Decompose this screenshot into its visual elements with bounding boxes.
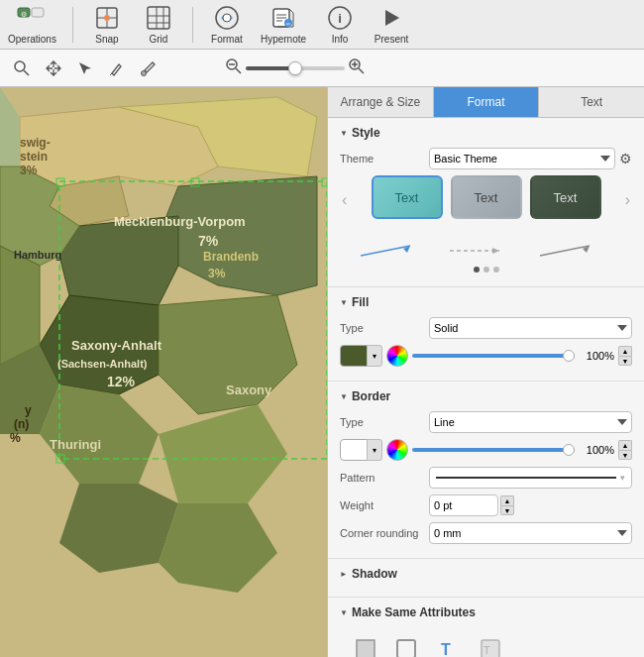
sep2 xyxy=(192,7,193,43)
svg-rect-64 xyxy=(357,640,375,657)
theme-select[interactable]: Basic Theme xyxy=(429,148,615,169)
border-opacity-slider[interactable] xyxy=(412,448,575,452)
corner-rounding-select[interactable]: 0 mm xyxy=(429,522,632,544)
make-same-section: ▼ Make Same Attributes Fill Border xyxy=(328,598,644,657)
snap-icon xyxy=(89,4,125,32)
present-button[interactable]: Present xyxy=(374,4,409,45)
style-section: ▼ Style Theme Basic Theme ⚙ ‹ Text xyxy=(328,118,644,287)
border-opacity-down[interactable]: ▼ xyxy=(618,450,632,460)
swatch-3[interactable]: Text xyxy=(530,175,601,219)
fill-opacity-spinner: ▲ ▼ xyxy=(618,346,632,366)
hypernote-label: Hypernote xyxy=(261,34,306,45)
border-line xyxy=(436,477,616,479)
tab-text[interactable]: Text xyxy=(539,87,644,117)
border-opacity-value: 100% xyxy=(579,444,614,456)
present-icon xyxy=(374,4,409,32)
fill-type-row: Type Solid xyxy=(340,317,632,339)
svg-text:(Sachsen-Anhalt): (Sachsen-Anhalt) xyxy=(57,358,148,370)
info-button[interactable]: i Info xyxy=(322,4,358,45)
swatch-prev-icon[interactable]: ‹ xyxy=(340,191,349,209)
search-tool[interactable] xyxy=(8,55,36,82)
fill-type-select[interactable]: Solid xyxy=(429,317,632,339)
border-type-select[interactable]: Line xyxy=(429,411,632,433)
border-color-row: ▾ 100% ▲ ▼ xyxy=(340,439,632,461)
brush-tool[interactable] xyxy=(135,55,162,82)
pattern-label: Pattern xyxy=(340,472,429,484)
svg-text:i: i xyxy=(338,11,342,26)
fill-opacity-up[interactable]: ▲ xyxy=(618,346,632,356)
hypernote-icon: ∞ xyxy=(266,4,301,32)
svg-text:y: y xyxy=(25,403,32,417)
select-tool[interactable] xyxy=(71,55,99,82)
svg-text:12%: 12% xyxy=(107,374,136,389)
make-same-fill[interactable]: Fill xyxy=(352,635,379,657)
fill-opacity-slider[interactable] xyxy=(412,354,575,358)
fill-color-row: ▾ 100% ▲ ▼ xyxy=(340,345,632,367)
make-same-section-header[interactable]: ▼ Make Same Attributes xyxy=(340,605,632,619)
svg-point-28 xyxy=(142,70,147,75)
swatch-1[interactable]: Text xyxy=(372,175,443,219)
swatch-dots xyxy=(340,267,632,273)
svg-text:T: T xyxy=(483,644,490,656)
fill-section-header[interactable]: ▼ Fill xyxy=(340,295,632,309)
svg-text:Thuringi: Thuringi xyxy=(50,437,101,452)
zoom-in-icon[interactable] xyxy=(349,58,365,77)
present-label: Present xyxy=(375,34,408,45)
svg-line-62 xyxy=(540,246,590,256)
border-type-row: Type Line xyxy=(340,411,632,433)
border-section-header[interactable]: ▼ Border xyxy=(340,389,632,403)
fill-color-dropdown[interactable]: ▾ xyxy=(367,345,382,367)
svg-text:Mecklenburg-Vorpom: Mecklenburg-Vorpom xyxy=(114,214,246,229)
fill-triangle-icon: ▼ xyxy=(340,298,348,307)
border-pattern-preview[interactable]: ▾ xyxy=(429,467,632,489)
hypernote-button[interactable]: ∞ Hypernote xyxy=(261,4,306,45)
tab-format[interactable]: Format xyxy=(434,87,540,117)
style-section-header[interactable]: ▼ Style xyxy=(340,126,632,140)
zoom-area xyxy=(226,58,365,77)
swatch-next-icon[interactable]: › xyxy=(623,191,632,209)
pattern-row: Pattern ▾ xyxy=(340,467,632,489)
theme-gear-icon[interactable]: ⚙ xyxy=(619,151,632,166)
fill-opacity-down[interactable]: ▼ xyxy=(618,356,632,366)
make-same-text-format[interactable]: T TextFormat xyxy=(433,635,465,657)
grid-label: Grid xyxy=(149,34,167,45)
border-opacity-spinner: ▲ ▼ xyxy=(618,440,632,460)
svg-text:swig-: swig- xyxy=(20,136,51,150)
make-same-border-icon xyxy=(392,635,420,657)
svg-line-58 xyxy=(361,246,410,256)
make-same-triangle-icon: ▼ xyxy=(340,608,348,617)
pen-tool[interactable] xyxy=(103,55,131,82)
svg-text:3%: 3% xyxy=(20,164,38,177)
shadow-section-header[interactable]: ▼ Shadow xyxy=(340,567,632,581)
operations-button[interactable]: ⚙ Operations xyxy=(8,4,56,45)
svg-marker-24 xyxy=(385,10,399,26)
border-color-wheel[interactable] xyxy=(386,439,408,461)
svg-point-4 xyxy=(104,15,110,21)
weight-down[interactable]: ▼ xyxy=(500,505,514,515)
tab-arrange[interactable]: Arrange & Size xyxy=(328,87,434,117)
make-same-border[interactable]: Border xyxy=(391,635,421,657)
weight-spinner: ▲ ▼ xyxy=(500,495,514,515)
svg-text:3%: 3% xyxy=(208,267,226,280)
make-same-all[interactable]: T All xyxy=(477,635,504,657)
border-section: ▼ Border Type Line ▾ xyxy=(328,382,644,559)
zoom-slider[interactable] xyxy=(246,66,345,70)
format-button[interactable]: Format xyxy=(209,4,245,45)
map-svg: swig- stein 3% y (n) % Hamburg Mecklenbu… xyxy=(0,87,327,657)
border-color-dropdown[interactable]: ▾ xyxy=(367,439,382,461)
shadow-section: ▼ Shadow xyxy=(328,559,644,598)
zoom-out-icon[interactable] xyxy=(226,58,242,77)
border-triangle-icon: ▼ xyxy=(340,392,348,401)
svg-text:Saxony-Anhalt: Saxony-Anhalt xyxy=(71,338,162,353)
swatch-2[interactable]: Text xyxy=(451,175,522,219)
map-area[interactable]: swig- stein 3% y (n) % Hamburg Mecklenbu… xyxy=(0,87,327,657)
weight-input[interactable]: 0 pt xyxy=(429,494,498,516)
fill-section: ▼ Fill Type Solid ▾ xyxy=(328,287,644,382)
svg-text:Brandenb: Brandenb xyxy=(203,250,259,264)
pan-tool[interactable] xyxy=(40,55,67,82)
fill-color-wheel[interactable] xyxy=(386,345,408,367)
weight-up[interactable]: ▲ xyxy=(500,495,514,505)
grid-button[interactable]: Grid xyxy=(141,4,176,45)
snap-button[interactable]: Snap xyxy=(89,4,125,45)
border-opacity-up[interactable]: ▲ xyxy=(618,440,632,450)
